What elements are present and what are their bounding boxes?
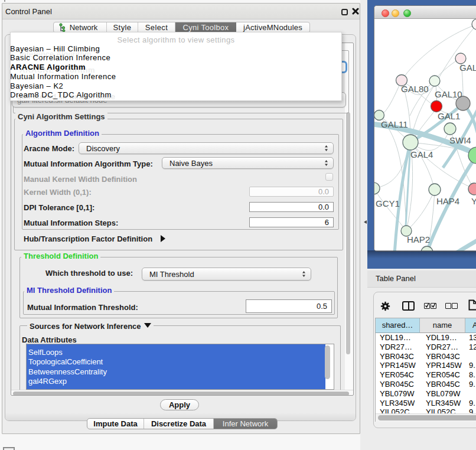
svg-text:GAL11: GAL11 [381,119,408,129]
svg-text:HAP2: HAP2 [407,234,430,244]
svg-text:HAP4: HAP4 [436,196,459,206]
svg-text:SWI4: SWI4 [449,135,471,145]
svg-text:GCY1: GCY1 [376,198,400,208]
svg-text:YM: YM [471,196,476,206]
svg-text:GAL4: GAL4 [410,149,433,159]
svg-text:GAL1: GAL1 [438,111,460,121]
svg-text:GAL10: GAL10 [435,89,462,99]
svg-text:GAL7: GAL7 [459,63,476,73]
svg-text:GAL80: GAL80 [401,84,429,94]
